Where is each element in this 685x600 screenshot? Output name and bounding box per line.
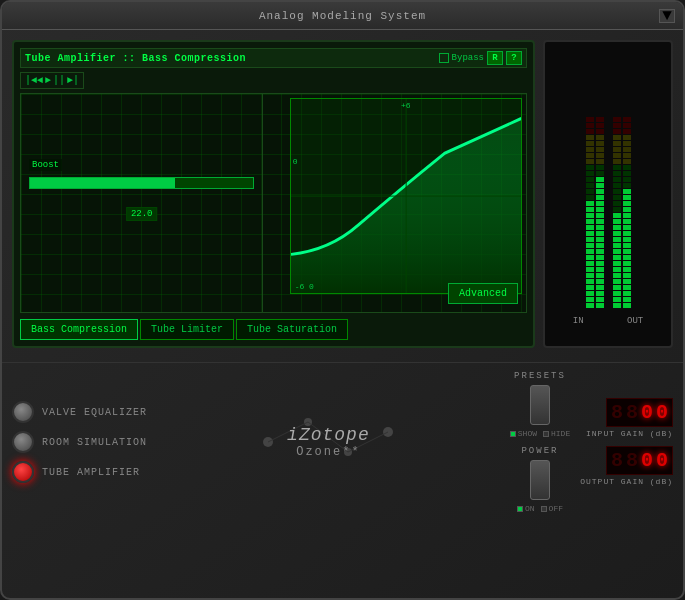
power-on-button[interactable]: ON: [517, 504, 535, 513]
vu-segment: [613, 255, 621, 260]
vu-segment: [596, 237, 604, 242]
show-button[interactable]: SHOW: [510, 429, 537, 438]
power-off-button[interactable]: OFF: [541, 504, 563, 513]
vu-segment: [586, 207, 594, 212]
vu-segment: [586, 129, 594, 134]
vu-segment: [586, 171, 594, 176]
tab-tube-limiter[interactable]: Tube Limiter: [140, 319, 234, 340]
vu-segment: [613, 159, 621, 164]
vu-segment: [613, 177, 621, 182]
presets-fader[interactable]: [530, 385, 550, 425]
screen-header: Tube Amplifier :: Bass Compression Bypas…: [20, 48, 527, 68]
vu-segment: [596, 273, 604, 278]
hide-button[interactable]: HIDE: [543, 429, 570, 438]
vu-segment: [596, 279, 604, 284]
module-tube-amp[interactable]: TUBE AMPLIFIER: [12, 461, 147, 483]
play-button[interactable]: ►: [45, 75, 51, 86]
main-container: Analog Modeling System ▼ Tube Amplifier …: [0, 0, 685, 600]
vu-segment: [596, 267, 604, 272]
vu-segment: [596, 141, 604, 146]
vu-segment: [586, 183, 594, 188]
vu-segment: [623, 117, 631, 122]
vu-segment: [613, 225, 621, 230]
vu-segment: [586, 243, 594, 248]
comp-label-zero: 0: [293, 157, 298, 166]
show-label: SHOW: [518, 429, 537, 438]
vu-segment: [596, 189, 604, 194]
vu-segment: [596, 285, 604, 290]
close-button[interactable]: ▼: [659, 9, 675, 23]
forward-button[interactable]: ►|: [67, 75, 79, 86]
vu-segment: [623, 159, 631, 164]
input-digit-1: 8: [610, 401, 624, 424]
tab-tube-saturation[interactable]: Tube Saturation: [236, 319, 348, 340]
vu-segment: [586, 117, 594, 122]
bypass-checkbox[interactable]: [439, 53, 449, 63]
vu-segment: [596, 147, 604, 152]
vu-segment: [586, 147, 594, 152]
pause-button[interactable]: ||: [53, 75, 65, 86]
vu-segment: [586, 189, 594, 194]
vu-segment: [623, 183, 631, 188]
vu-segment: [623, 243, 631, 248]
presets-section: PRESETS SHOW HIDE: [510, 371, 570, 438]
logo-area: iZotope Ozone**: [157, 425, 500, 459]
bypass-label: Bypass: [452, 53, 484, 63]
vu-segment: [623, 141, 631, 146]
tab-bar: Bass Compression Tube Limiter Tube Satur…: [20, 319, 527, 340]
boost-slider[interactable]: [29, 177, 254, 189]
vu-segment: [613, 267, 621, 272]
reset-button[interactable]: R: [487, 51, 503, 65]
screen-grid: Boost 22.0 +6 0 -6 0 +6: [20, 93, 527, 313]
logo-sub: Ozone**: [296, 445, 360, 459]
vu-segment: [613, 123, 621, 128]
bypass-container: Bypass R ?: [439, 51, 522, 65]
vu-segment: [613, 219, 621, 224]
module-valve-eq[interactable]: VALVE EQUALIZER: [12, 401, 147, 423]
vu-segment: [623, 219, 631, 224]
vu-segment: [596, 219, 604, 224]
vu-segment: [613, 183, 621, 188]
power-on-led: [517, 506, 523, 512]
vu-segment: [623, 213, 631, 218]
vu-segment: [613, 135, 621, 140]
vu-segment: [623, 189, 631, 194]
tab-bass-compression[interactable]: Bass Compression: [20, 319, 138, 340]
vu-segment: [623, 285, 631, 290]
vu-segment: [586, 195, 594, 200]
vu-segment: [586, 231, 594, 236]
output-digit-3: 0: [640, 449, 654, 472]
vu-segment: [596, 177, 604, 182]
vu-segment: [613, 285, 621, 290]
logo-main: iZotope: [287, 425, 370, 445]
power-section: POWER ON OFF: [517, 446, 563, 513]
vu-segment: [623, 207, 631, 212]
valve-eq-label: VALVE EQUALIZER: [42, 407, 147, 418]
rewind-button[interactable]: |◄◄: [25, 75, 43, 86]
vu-segment: [623, 291, 631, 296]
module-room-sim[interactable]: ROOM SIMULATION: [12, 431, 147, 453]
vu-segment: [586, 135, 594, 140]
vu-segment: [613, 279, 621, 284]
vu-segment: [623, 123, 631, 128]
vu-segment: [613, 291, 621, 296]
title-bar: Analog Modeling System ▼: [2, 2, 683, 30]
vu-segment: [613, 171, 621, 176]
vu-segment: [596, 249, 604, 254]
power-fader[interactable]: [530, 460, 550, 500]
input-gain-label: INPUT GAIN (dB): [586, 429, 673, 438]
vu-segment: [613, 141, 621, 146]
output-gain-digits: 8 8 0 0: [606, 446, 673, 475]
vu-meters: [551, 48, 665, 308]
vu-segment: [623, 231, 631, 236]
vu-segment: [596, 297, 604, 302]
vu-segment: [586, 255, 594, 260]
help-button[interactable]: ?: [506, 51, 522, 65]
vu-in-right: [596, 48, 604, 308]
vu-segment: [623, 135, 631, 140]
hide-led: [543, 431, 549, 437]
vu-segment: [586, 165, 594, 170]
vu-out-channel: [613, 48, 631, 308]
advanced-button[interactable]: Advanced: [448, 283, 518, 304]
vu-segment: [613, 189, 621, 194]
